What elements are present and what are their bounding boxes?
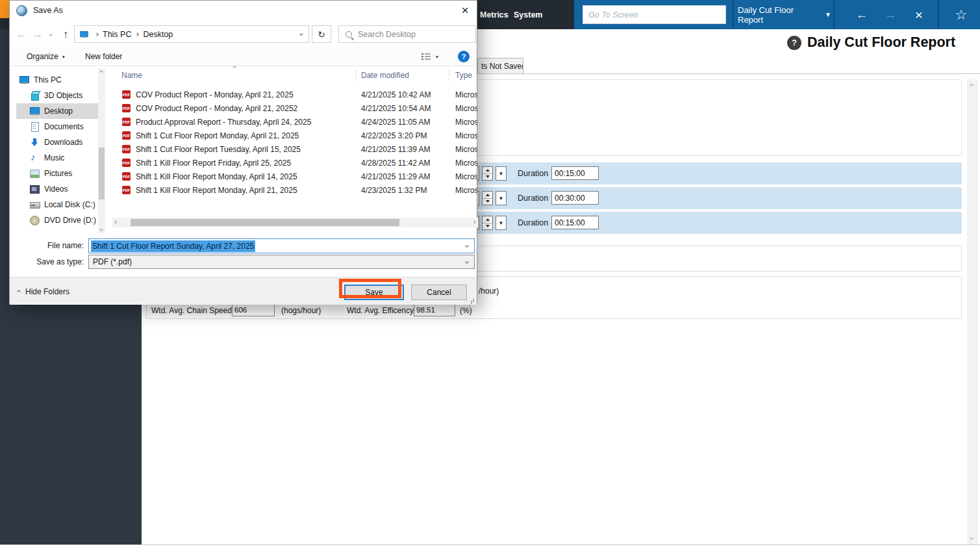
time-spinner[interactable] xyxy=(482,191,493,205)
app-vertical-scrollbar[interactable] xyxy=(967,79,978,544)
column-divider[interactable] xyxy=(356,70,357,81)
tree-item-pictures[interactable]: Pictures xyxy=(16,166,102,181)
change-view-button[interactable] xyxy=(421,47,435,66)
pdf-file-icon xyxy=(121,131,132,140)
tab-not-saved[interactable]: ts Not Saved xyxy=(477,58,523,74)
scroll-right-icon[interactable] xyxy=(472,220,476,224)
file-date: 4/23/2025 1:32 PM xyxy=(361,186,427,195)
save-as-type-dropdown[interactable]: PDF (*.pdf) xyxy=(88,255,475,269)
time-dropdown-button[interactable]: ▼ xyxy=(496,166,507,181)
resize-grip[interactable] xyxy=(469,297,474,302)
cancel-button[interactable]: Cancel xyxy=(411,285,467,300)
search-box[interactable] xyxy=(338,25,476,43)
tree-item-3d-objects[interactable]: 3D Objects xyxy=(16,88,102,103)
file-list: COV Product Report - Monday, April 21, 2… xyxy=(112,88,473,197)
nav-forward-button[interactable]: → xyxy=(878,0,903,29)
file-date: 4/28/2025 11:42 AM xyxy=(361,159,431,168)
tree-item-documents[interactable]: Documents xyxy=(16,119,102,134)
tree-item-this-pc[interactable]: This PC xyxy=(16,72,102,88)
chevron-down-icon: ▼ xyxy=(499,196,504,201)
file-row[interactable]: Shift 1 Kill Floor Report Monday, April … xyxy=(112,183,473,197)
dialog-help-button[interactable]: ? xyxy=(458,51,470,62)
tree-item-downloads[interactable]: Downloads xyxy=(16,134,102,150)
help-icon[interactable]: ? xyxy=(787,36,801,50)
tree-item-desktop[interactable]: Desktop xyxy=(16,103,102,119)
favorite-button[interactable]: ☆ xyxy=(943,0,979,29)
file-row[interactable]: Shift 1 Cut Floor Report Monday, April 2… xyxy=(112,129,473,142)
file-row[interactable]: COV Product Report - Monday, April 21, 2… xyxy=(112,101,473,115)
dialog-footer: Hide Folders Save Cancel xyxy=(10,277,477,305)
column-divider[interactable] xyxy=(449,70,449,81)
this-pc-icon xyxy=(80,30,89,38)
duration-input[interactable]: 00:15:00 xyxy=(551,216,599,229)
file-row[interactable]: Shift 1 Kill Floor Report Friday, April … xyxy=(112,156,473,170)
refresh-button[interactable]: ↻ xyxy=(312,25,331,43)
folder-tree: This PC 3D Objects Desktop Documents Dow… xyxy=(16,72,102,228)
chevron-down-icon[interactable] xyxy=(465,244,469,248)
scroll-up-icon[interactable] xyxy=(970,84,974,88)
file-date: 4/21/2025 11:39 AM xyxy=(361,145,431,154)
scrollbar-thumb[interactable] xyxy=(99,147,105,199)
forward-button[interactable]: → xyxy=(31,24,45,44)
file-list-horizontal-scrollbar[interactable] xyxy=(112,218,478,227)
time-dropdown-button[interactable]: ▼ xyxy=(496,191,507,205)
chevron-down-icon[interactable] xyxy=(465,260,469,264)
menu-item-metrics[interactable]: Metrics xyxy=(480,0,509,29)
scroll-down-icon[interactable] xyxy=(99,227,103,231)
organize-button[interactable]: Organize ▾ xyxy=(27,47,65,66)
menu-item-system[interactable]: System xyxy=(514,0,542,29)
breadcrumb-desktop[interactable]: Desktop xyxy=(143,30,173,39)
duration-input[interactable]: 00:15:00 xyxy=(551,166,599,180)
nav-close-button[interactable]: × xyxy=(907,0,931,29)
file-row[interactable]: Shift 1 Kill Floor Report Monday, April … xyxy=(112,170,473,183)
scroll-up-icon[interactable] xyxy=(99,70,103,74)
new-folder-button[interactable]: New folder xyxy=(85,47,122,66)
address-bar[interactable]: This PC Desktop xyxy=(74,25,309,43)
new-folder-label: New folder xyxy=(85,52,122,61)
dialog-close-button[interactable]: × xyxy=(453,1,477,20)
duration-input[interactable]: 00:30:00 xyxy=(551,191,599,205)
file-row[interactable]: Product Approval Report - Thursday, Apri… xyxy=(112,115,473,129)
tree-item-local-disk[interactable]: Local Disk (C:) xyxy=(16,197,102,212)
file-name-input[interactable]: Shift 1 Cut Floor Report Sunday, April 2… xyxy=(88,238,475,253)
back-button[interactable]: ← xyxy=(14,24,29,44)
scroll-down-icon[interactable] xyxy=(970,536,974,540)
dialog-title-bar[interactable]: Save As × xyxy=(10,1,477,20)
up-button[interactable]: ↑ xyxy=(58,24,73,44)
time-spinner[interactable] xyxy=(482,166,493,181)
recent-locations-button[interactable] xyxy=(46,24,55,44)
view-dropdown-button[interactable]: ▾ xyxy=(436,47,438,66)
sort-ascending-icon xyxy=(232,66,236,70)
column-header-date-modified[interactable]: Date modified xyxy=(361,71,409,80)
time-dropdown-button[interactable]: ▼ xyxy=(496,216,507,230)
dialog-toolbar: Organize ▾ New folder ▾ ? xyxy=(10,47,477,66)
save-as-type-label: Save as type: xyxy=(23,257,84,266)
column-header-type[interactable]: Type xyxy=(455,71,472,80)
nav-back-button[interactable]: ← xyxy=(849,0,874,29)
file-row[interactable]: Shift 1 Cut Floor Report Tuesday, April … xyxy=(112,142,473,156)
pdf-file-icon xyxy=(121,103,132,113)
star-icon: ☆ xyxy=(955,7,968,23)
breadcrumb-this-pc[interactable]: This PC xyxy=(103,30,131,39)
column-header-name[interactable]: Name xyxy=(121,71,142,80)
close-icon: × xyxy=(915,7,923,23)
tree-item-videos[interactable]: Videos xyxy=(16,181,102,197)
file-date: 4/24/2025 11:05 AM xyxy=(361,118,431,127)
go-to-screen-input[interactable] xyxy=(583,5,726,24)
save-as-dialog: Save As × ← → ↑ This PC Desktop ↻ xyxy=(9,0,477,304)
chain-speed-input[interactable]: 606 xyxy=(232,304,275,316)
tree-scrollbar[interactable] xyxy=(98,68,105,233)
time-spinner[interactable] xyxy=(482,216,493,230)
scroll-left-icon[interactable] xyxy=(114,220,118,224)
efficiency-input[interactable]: 98.51 xyxy=(414,304,455,316)
scrollbar-thumb[interactable] xyxy=(131,219,399,226)
search-input[interactable] xyxy=(358,30,462,39)
screen-selector-dropdown[interactable]: Daily Cut Floor Report ▼ xyxy=(738,0,831,29)
tree-item-label: Pictures xyxy=(44,169,72,178)
address-dropdown-icon[interactable] xyxy=(299,32,303,36)
hide-folders-button[interactable]: Hide Folders xyxy=(18,277,69,305)
file-date: 4/22/2025 3:20 PM xyxy=(361,131,427,140)
tree-item-music[interactable]: Music xyxy=(16,150,102,166)
file-row[interactable]: COV Product Report - Monday, April 21, 2… xyxy=(112,88,473,101)
tree-item-dvd-drive[interactable]: DVD Drive (D:) S xyxy=(16,212,102,228)
